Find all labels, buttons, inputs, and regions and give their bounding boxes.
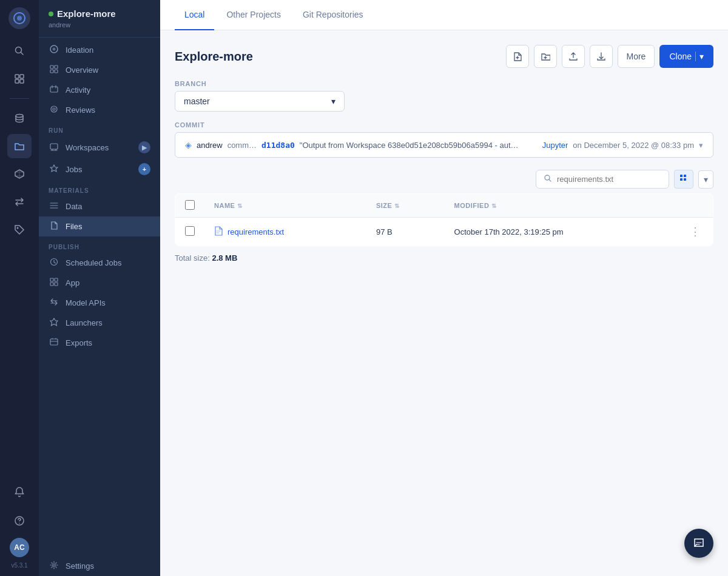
jobs-label: Jobs	[66, 165, 82, 174]
size-col-header[interactable]: SIZE ⇅	[376, 202, 400, 209]
search-input[interactable]	[557, 175, 661, 184]
launchers-label: Launchers	[66, 318, 103, 327]
clone-dropdown-icon[interactable]: ▾	[699, 52, 704, 61]
svg-point-12	[53, 48, 56, 51]
svg-point-7	[16, 115, 23, 118]
commit-message: "Output from Workspace 638e0d51e208cb59b…	[300, 141, 538, 150]
jobs-icon	[49, 164, 59, 175]
row-checkbox[interactable]	[185, 226, 195, 236]
upload-button[interactable]	[562, 45, 585, 68]
svg-rect-32	[684, 178, 686, 181]
search-icon[interactable]	[7, 39, 32, 63]
clone-button[interactable]: Clone ▾	[659, 45, 713, 68]
model-apis-icon	[49, 298, 59, 308]
svg-rect-31	[680, 178, 682, 181]
workspaces-label: Workspaces	[66, 143, 109, 152]
sidebar-item-scheduled-jobs[interactable]: Scheduled Jobs	[39, 253, 160, 273]
cube-icon[interactable]	[7, 162, 32, 186]
project-status: Explore-more	[49, 8, 150, 19]
user-avatar[interactable]: AC	[10, 538, 29, 557]
sidebar-item-ideation[interactable]: Ideation	[39, 40, 160, 60]
model-apis-label: Model APIs	[66, 298, 106, 307]
branch-label: BRANCH	[175, 80, 713, 87]
sidebar-item-overview[interactable]: Overview	[39, 60, 160, 80]
svg-rect-4	[20, 75, 24, 78]
chat-button[interactable]	[684, 529, 713, 558]
sidebar-item-data[interactable]: Data	[39, 196, 160, 216]
svg-point-10	[19, 523, 20, 524]
files-icon	[49, 221, 59, 232]
tab-git-repositories[interactable]: Git Repositories	[293, 0, 373, 30]
branch-chevron-icon: ▾	[331, 96, 335, 106]
sidebar-item-workspaces[interactable]: Workspaces ▶	[39, 136, 160, 158]
grid-view-button[interactable]	[674, 170, 693, 189]
materials-section-label: MATERIALS	[39, 180, 160, 196]
reviews-label: Reviews	[66, 105, 95, 115]
svg-point-1	[17, 16, 22, 21]
svg-rect-6	[20, 79, 24, 83]
file-search-box[interactable]	[536, 170, 669, 189]
more-label: More	[627, 52, 646, 61]
scheduled-jobs-icon	[49, 258, 59, 268]
commit-label: COMMIT	[175, 121, 713, 129]
folder-icon[interactable]	[7, 134, 32, 158]
sidebar-item-files[interactable]: Files	[39, 216, 160, 236]
top-tabs: Local Other Projects Git Repositories	[160, 0, 728, 30]
svg-point-19	[53, 108, 55, 110]
svg-rect-30	[684, 175, 686, 177]
sidebar-item-reviews[interactable]: Reviews	[39, 100, 160, 120]
tag-icon[interactable]	[7, 218, 32, 242]
new-folder-button[interactable]	[534, 45, 557, 68]
tab-local[interactable]: Local	[175, 0, 214, 30]
main-area: Local Other Projects Git Repositories Ex…	[160, 0, 728, 576]
sidebar-item-activity[interactable]: Activity	[39, 80, 160, 100]
select-all-checkbox[interactable]	[185, 200, 195, 210]
sidebar-item-jobs[interactable]: Jobs +	[39, 158, 160, 180]
sidebar-item-exports[interactable]: Exports	[39, 333, 160, 353]
sidebar-item-model-apis[interactable]: Model APIs	[39, 293, 160, 313]
sidebar-item-launchers[interactable]: Launchers	[39, 313, 160, 333]
launchers-icon	[49, 318, 59, 328]
activity-icon	[49, 85, 59, 95]
swap-icon[interactable]	[7, 190, 32, 214]
modified-col-header[interactable]: MODIFIED ⇅	[454, 202, 497, 209]
download-button[interactable]	[590, 45, 613, 68]
scheduled-jobs-label: Scheduled Jobs	[66, 258, 122, 267]
new-file-button[interactable]	[506, 45, 529, 68]
table-row: requirements.txt 97 B October 17th 2022,…	[175, 218, 713, 246]
files-label: Files	[66, 222, 82, 231]
exports-icon	[49, 338, 59, 348]
svg-rect-25	[55, 283, 58, 286]
commit-source-icon: ◈	[185, 140, 192, 150]
main-content: Explore-more	[160, 30, 728, 576]
tab-other-projects[interactable]: Other Projects	[217, 0, 290, 30]
app-logo[interactable]	[8, 7, 30, 29]
svg-point-18	[51, 106, 57, 112]
commit-bar[interactable]: ◈ andrew comm… d11d8a0 "Output from Work…	[175, 132, 713, 158]
jobs-badge: +	[138, 163, 150, 175]
more-button[interactable]: More	[618, 45, 655, 68]
row-menu-button[interactable]: ⋮	[687, 226, 703, 238]
commit-expand-icon[interactable]: ▾	[699, 141, 703, 150]
file-name-link[interactable]: requirements.txt	[214, 226, 357, 238]
grid-icon[interactable]	[7, 67, 32, 91]
data-label: Data	[66, 202, 82, 211]
database-icon[interactable]	[7, 106, 32, 130]
help-icon[interactable]	[7, 509, 32, 533]
clone-divider	[695, 52, 696, 61]
workspaces-icon	[49, 142, 59, 153]
name-col-header[interactable]: NAME ⇅	[214, 202, 243, 209]
commit-author: andrew	[197, 141, 223, 150]
page-title: Explore-more	[175, 50, 253, 64]
status-dot	[49, 12, 53, 16]
total-size: Total size: 2.8 MB	[175, 246, 713, 263]
file-browser-header: ▾	[175, 170, 713, 189]
bell-icon[interactable]	[7, 480, 32, 504]
branch-select[interactable]: master ▾	[175, 91, 345, 112]
sidebar-item-app[interactable]: App	[39, 273, 160, 293]
content-header: Explore-more	[175, 45, 713, 68]
settings-icon	[49, 561, 59, 571]
sidebar-item-settings[interactable]: Settings	[39, 556, 160, 576]
sidebar: Explore-more andrew Ideation Overview	[39, 0, 160, 576]
list-view-button[interactable]: ▾	[698, 170, 713, 189]
